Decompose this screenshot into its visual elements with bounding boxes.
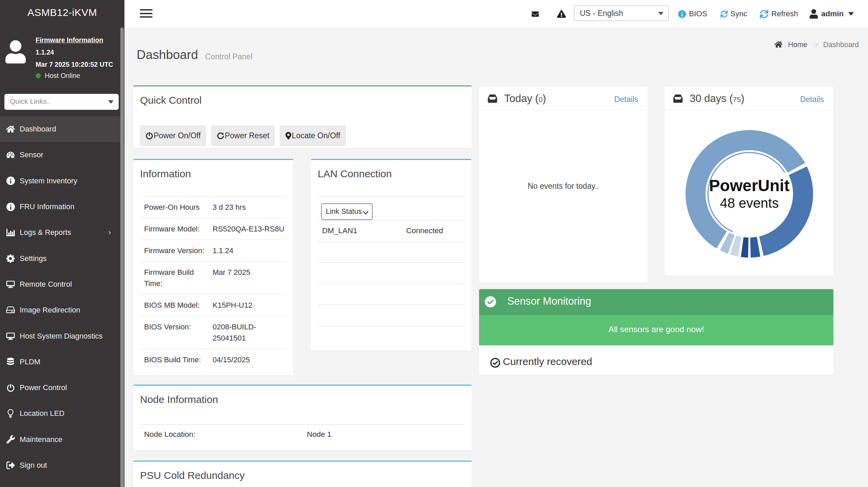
- svg-text:PowerUnit: PowerUnit: [709, 177, 789, 195]
- svg-text:48 events: 48 events: [720, 196, 778, 210]
